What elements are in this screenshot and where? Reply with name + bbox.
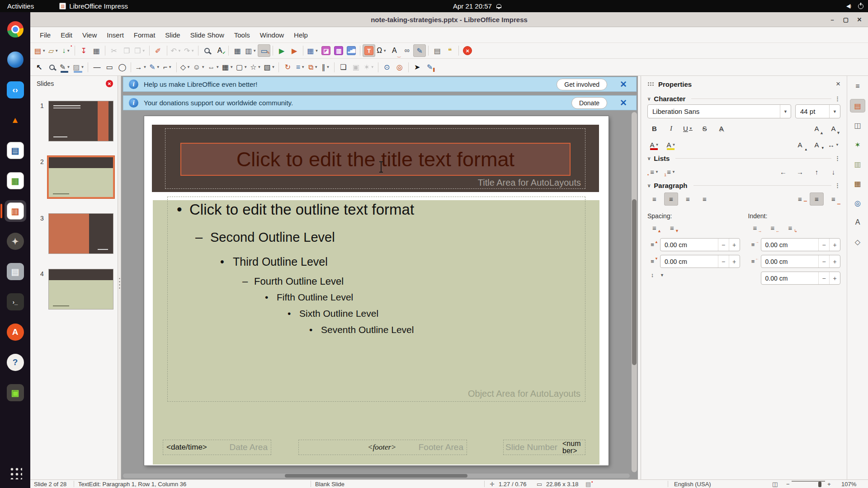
- tab-master-slides-button[interactable]: ▥: [850, 157, 865, 171]
- align-center-button[interactable]: ≡: [664, 192, 678, 206]
- dock-item-chrome[interactable]: [5, 19, 26, 40]
- redo-button[interactable]: ↷▼: [183, 44, 196, 57]
- infobar-close-icon[interactable]: ✕: [620, 79, 627, 89]
- status-zoom-level[interactable]: 107%: [841, 481, 856, 488]
- close-button[interactable]: ✕: [854, 14, 864, 24]
- zoom-slider-thumb[interactable]: [818, 482, 821, 487]
- unordered-list-dropdown-icon[interactable]: ▼: [655, 170, 659, 174]
- deck-close-icon[interactable]: ×: [836, 80, 840, 89]
- italic-button[interactable]: I: [664, 122, 678, 135]
- promote-outline-button[interactable]: ←: [776, 165, 790, 178]
- arrange-objects-button[interactable]: ⧉▼: [307, 61, 319, 74]
- first-line-indent-field[interactable]: 0.00 cm−+: [761, 272, 841, 285]
- section-lists[interactable]: ∨ Lists ⋮: [647, 155, 840, 162]
- superscript-button[interactable]: A▴: [793, 138, 807, 151]
- print-button[interactable]: ▦: [90, 44, 103, 57]
- dock-item-software-updater[interactable]: ▣: [5, 382, 26, 404]
- dock-item-gimp[interactable]: ✦: [5, 230, 26, 252]
- title-area-band[interactable]: Click to edit the title text format Titl…: [152, 125, 599, 192]
- star-shapes-button[interactable]: ☆▼: [249, 61, 262, 74]
- increase-indent-button[interactable]: ≡→: [748, 221, 762, 235]
- undo-dropdown-icon[interactable]: ▼: [178, 49, 181, 53]
- open-file-button[interactable]: ▱▼: [47, 44, 60, 57]
- header-and-footer-button[interactable]: ▤: [431, 44, 443, 57]
- star-shapes-dropdown-icon[interactable]: ▼: [257, 65, 261, 69]
- section-character[interactable]: ∨ Character ⋮: [647, 95, 840, 103]
- dock-item-web-browser[interactable]: [5, 49, 26, 70]
- sidebar-menu-button[interactable]: ≡: [850, 80, 865, 93]
- move-down-button[interactable]: ↓: [826, 165, 840, 178]
- center-vertically-button[interactable]: ≡: [810, 192, 824, 206]
- align-top-button[interactable]: ≡▔: [793, 192, 807, 206]
- before-text-indent-decrement-button[interactable]: −: [818, 239, 829, 251]
- title-text-edit-box[interactable]: Click to edit the title text format: [180, 143, 571, 176]
- outline-level-1-text[interactable]: Click to edit the outline text format•: [189, 201, 414, 218]
- first-line-indent-decrement-button[interactable]: −: [818, 272, 829, 284]
- export-as-pdf-button[interactable]: ↧: [77, 44, 90, 57]
- highlighting-color-dropdown-icon[interactable]: ▼: [672, 143, 676, 147]
- dock-item-file-manager[interactable]: ▤: [5, 261, 26, 282]
- move-up-button[interactable]: ↑: [810, 165, 824, 178]
- character-spacing-button[interactable]: ↔▼: [826, 138, 840, 151]
- decrease-font-size-button[interactable]: A▼: [826, 122, 840, 135]
- highlighting-color-button[interactable]: A▼: [664, 138, 678, 151]
- status-cursor-position[interactable]: 1.27 / 0.76: [499, 481, 526, 488]
- horizontal-scrollbar-thumb[interactable]: [285, 474, 467, 478]
- font-size-combobox[interactable]: 44 pt ▼: [795, 104, 840, 118]
- master-slide-button[interactable]: ▭✎: [258, 44, 270, 57]
- window-titlebar[interactable]: note-taking-strategies.pptx - LibreOffic…: [30, 12, 868, 27]
- before-text-indent-increment-button[interactable]: +: [829, 239, 840, 251]
- decrease-paragraph-spacing-button[interactable]: ≡▼: [665, 221, 679, 235]
- fit-slide-icon[interactable]: ◫: [772, 481, 778, 488]
- zoom-out-button[interactable]: −: [786, 481, 790, 488]
- arrange-objects-dropdown-icon[interactable]: ▼: [314, 65, 318, 69]
- status-language[interactable]: English (USA): [674, 481, 711, 488]
- below-paragraph-spacing-value[interactable]: 0.00 cm: [660, 258, 718, 265]
- outline-level-7-text[interactable]: Seventh Outline Level•: [321, 324, 414, 335]
- section-more-icon[interactable]: ⋮: [835, 182, 840, 189]
- tab-slide-transition-button[interactable]: ◫: [850, 118, 865, 132]
- tab-navigator-button[interactable]: ◎: [850, 196, 865, 210]
- status-layout-name[interactable]: Blank Slide: [315, 481, 344, 488]
- copy-button[interactable]: ❐: [120, 44, 133, 57]
- dock-item-show-applications[interactable]: [5, 462, 26, 483]
- block-arrows-button[interactable]: ⇔▼: [206, 61, 221, 74]
- dock-item-libreoffice-calc[interactable]: ▦: [5, 170, 26, 192]
- find-and-replace-button[interactable]: [201, 44, 213, 57]
- dock-item-ubuntu-software[interactable]: A: [5, 321, 26, 343]
- outline-level-2-text[interactable]: Second Outline Level–: [210, 230, 335, 245]
- menu-help[interactable]: Help: [289, 29, 313, 41]
- insert-special-character-dropdown-icon[interactable]: ▼: [383, 49, 387, 53]
- slide-thumbnail-2-selected[interactable]: [49, 157, 113, 197]
- character-spacing-dropdown-icon[interactable]: ▼: [835, 143, 839, 147]
- menu-slide[interactable]: Slide: [160, 29, 185, 41]
- start-from-first-slide-button[interactable]: ▶: [275, 44, 288, 57]
- zoom-slider[interactable]: [792, 481, 825, 482]
- above-paragraph-spacing-value[interactable]: 0.00 cm: [660, 241, 718, 249]
- tab-shapes-button[interactable]: ◇: [850, 235, 865, 249]
- toggle-text-edit-button[interactable]: ✎❚: [424, 61, 436, 74]
- dock-item-vscode[interactable]: ‹›: [5, 79, 26, 101]
- font-color-dropdown-icon[interactable]: ▼: [656, 143, 659, 147]
- font-name-dropdown-icon[interactable]: ▼: [780, 105, 791, 118]
- align-right-button[interactable]: ≡: [681, 192, 695, 206]
- below-paragraph-spacing-decrement-button[interactable]: −: [718, 255, 729, 267]
- insert-chart-button[interactable]: ▂▅▇: [345, 44, 358, 57]
- outline-level-6-text[interactable]: Sixth Outline Level•: [299, 308, 378, 319]
- distribute-selection-dropdown-icon[interactable]: ▼: [326, 65, 330, 69]
- dock-item-help[interactable]: ?: [5, 352, 26, 373]
- infobar-close-icon[interactable]: ✕: [620, 98, 627, 108]
- rectangle-button[interactable]: ▭: [103, 61, 116, 74]
- section-paragraph[interactable]: ∨ Paragraph ⋮: [647, 182, 840, 189]
- above-paragraph-spacing-field[interactable]: 0.00 cm−+: [660, 238, 740, 251]
- menu-window[interactable]: Window: [255, 29, 289, 41]
- above-paragraph-spacing-decrement-button[interactable]: −: [718, 239, 729, 251]
- dock-item-vlc[interactable]: ▲: [5, 109, 26, 131]
- display-grid-button[interactable]: ▦: [231, 44, 244, 57]
- slide-number-placeholder[interactable]: Slide Number <num ber>: [503, 440, 585, 455]
- vertical-scrollbar-thumb[interactable]: [632, 199, 637, 365]
- ellipse-button[interactable]: ◯: [116, 61, 128, 74]
- open-file-dropdown-icon[interactable]: ▼: [55, 49, 58, 53]
- new-presentation-button[interactable]: ▤▼: [33, 44, 47, 57]
- dock-item-libreoffice-impress[interactable]: ▥: [5, 200, 26, 222]
